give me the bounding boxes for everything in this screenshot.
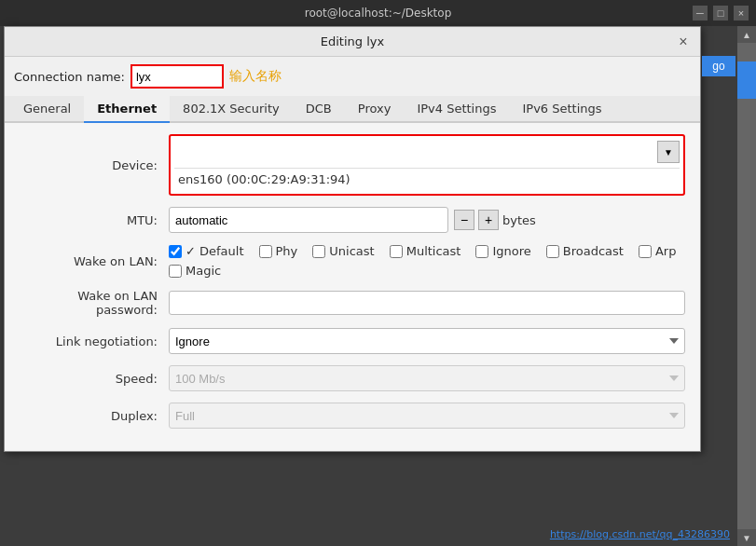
scrollbar-track [737, 43, 756, 529]
wake-multicast-item[interactable]: Multicast [390, 244, 461, 258]
minimize-button[interactable]: ─ [693, 6, 708, 20]
connection-name-label: Connection name: [14, 70, 125, 84]
wake-ignore-item[interactable]: Ignore [475, 244, 530, 258]
tabs-bar: General Ethernet 802.1X Security DCB Pro… [5, 96, 700, 123]
device-label: Device: [20, 158, 169, 172]
titlebar-controls: ─ □ × [693, 6, 749, 20]
device-select-row: ▼ [174, 140, 680, 164]
go-btn-area: go [702, 56, 735, 76]
duplex-control: Full [169, 403, 685, 429]
wake-ignore-checkbox[interactable] [475, 245, 488, 258]
wake-password-control [169, 291, 685, 315]
wake-on-lan-row: Wake on LAN: ✓ Default Phy Unicast [20, 244, 685, 278]
device-control: ▼ ens160 (00:0C:29:A9:31:94) [169, 134, 685, 196]
link-neg-control: Ignore Automatic Manual [169, 328, 685, 354]
dialog-close-button[interactable]: × [674, 33, 693, 51]
device-dropdown-button[interactable]: ▼ [657, 141, 680, 163]
connection-name-hint: 输入名称 [229, 68, 282, 85]
wake-magic-checkbox[interactable] [169, 265, 182, 278]
wake-default-label: ✓ Default [186, 244, 244, 258]
wake-broadcast-label: Broadcast [563, 244, 624, 258]
mtu-plus-button[interactable]: + [478, 210, 499, 230]
mtu-control: − + bytes [169, 207, 685, 233]
wake-password-input[interactable] [169, 291, 685, 315]
speed-control: 100 Mb/s [169, 365, 685, 391]
wake-magic-item[interactable]: Magic [169, 264, 221, 278]
tab-proxy[interactable]: Proxy [345, 96, 405, 123]
wake-phy-label: Phy [276, 244, 298, 258]
wake-password-label: Wake on LAN password: [20, 289, 169, 317]
cloned-mac-value: ens160 (00:0C:29:A9:31:94) [178, 172, 351, 186]
mtu-controls: − + [454, 210, 499, 230]
device-input[interactable] [174, 140, 657, 164]
link-neg-label: Link negotiation: [20, 334, 169, 348]
speed-select[interactable]: 100 Mb/s [169, 365, 685, 391]
duplex-row: Duplex: Full [20, 403, 685, 429]
wake-default-checkbox[interactable] [169, 245, 182, 258]
wake-unicast-item[interactable]: Unicast [312, 244, 374, 258]
tab-dcb[interactable]: DCB [293, 96, 345, 123]
wake-arp-label: Arp [655, 244, 677, 258]
mtu-input[interactable] [169, 207, 448, 233]
wake-arp-item[interactable]: Arp [639, 244, 677, 258]
scroll-down-button[interactable]: ▼ [737, 529, 756, 546]
titlebar-close-button[interactable]: × [734, 6, 749, 20]
wake-unicast-label: Unicast [329, 244, 374, 258]
link-neg-row: Link negotiation: Ignore Automatic Manua… [20, 328, 685, 354]
wake-password-row: Wake on LAN password: [20, 289, 685, 317]
wake-broadcast-checkbox[interactable] [546, 245, 559, 258]
speed-row: Speed: 100 Mb/s [20, 365, 685, 391]
duplex-label: Duplex: [20, 409, 169, 423]
device-row: Device: ▼ ens160 (00:0C:29:A9:31:94) [20, 134, 685, 196]
wake-on-lan-control: ✓ Default Phy Unicast Multicast [169, 244, 685, 278]
wake-phy-item[interactable]: Phy [259, 244, 298, 258]
titlebar: root@localhost:~/Desktop ─ □ × [0, 0, 756, 26]
mtu-label: MTU: [20, 213, 169, 227]
mac-row: ens160 (00:0C:29:A9:31:94) [174, 168, 680, 190]
device-box: ▼ ens160 (00:0C:29:A9:31:94) [169, 134, 685, 196]
connection-name-input[interactable] [131, 64, 224, 89]
maximize-button[interactable]: □ [713, 6, 728, 20]
speed-label: Speed: [20, 372, 169, 386]
link-neg-select[interactable]: Ignore Automatic Manual [169, 328, 685, 354]
mtu-minus-button[interactable]: − [454, 210, 474, 230]
wake-multicast-checkbox[interactable] [390, 245, 403, 258]
wake-on-lan-label: Wake on LAN: [20, 254, 169, 268]
mtu-unit: bytes [502, 213, 536, 227]
titlebar-title: root@localhost:~/Desktop [305, 7, 452, 20]
right-sidebar: ▲ ▼ [737, 26, 756, 546]
wake-arp-checkbox[interactable] [639, 245, 652, 258]
tab-general[interactable]: General [10, 96, 84, 123]
wake-broadcast-item[interactable]: Broadcast [546, 244, 624, 258]
tab-ethernet[interactable]: Ethernet [84, 96, 170, 123]
wake-on-lan-checkboxes: ✓ Default Phy Unicast Multicast [169, 244, 685, 278]
dialog-titlebar: Editing lyx × [5, 27, 700, 57]
wake-multicast-label: Multicast [406, 244, 461, 258]
go-button[interactable]: go [702, 56, 735, 76]
duplex-select[interactable]: Full [169, 403, 685, 429]
tab-8021x[interactable]: 802.1X Security [170, 96, 293, 123]
connection-name-row: Connection name: 输入名称 [5, 57, 700, 96]
scrollbar-thumb[interactable] [737, 61, 756, 99]
wake-unicast-checkbox[interactable] [312, 245, 325, 258]
tab-ipv4[interactable]: IPv4 Settings [404, 96, 509, 123]
wake-magic-label: Magic [186, 264, 221, 278]
dialog: Editing lyx × Connection name: 输入名称 Gene… [4, 26, 701, 452]
wake-default-item[interactable]: ✓ Default [169, 244, 244, 258]
wake-ignore-label: Ignore [492, 244, 530, 258]
mtu-row: MTU: − + bytes [20, 207, 685, 233]
scroll-up-button[interactable]: ▲ [737, 26, 756, 43]
ethernet-content: Device: ▼ ens160 (00:0C:29:A9:31:94) MTU… [5, 123, 700, 451]
wake-phy-checkbox[interactable] [259, 245, 272, 258]
tab-ipv6[interactable]: IPv6 Settings [509, 96, 614, 123]
dialog-title: Editing lyx [321, 34, 384, 48]
watermark: https://blog.csdn.net/qq_43286390 [550, 528, 730, 540]
